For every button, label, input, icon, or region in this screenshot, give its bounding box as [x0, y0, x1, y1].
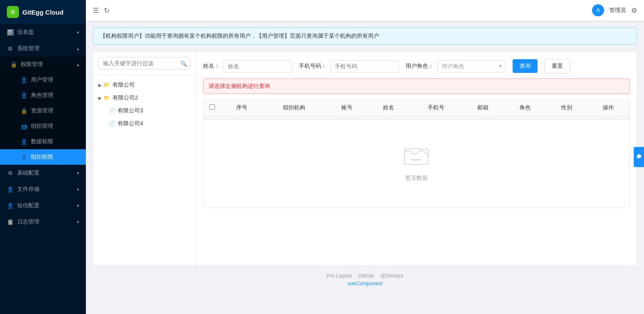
header-left: ☰ ↻: [93, 6, 109, 15]
log-mgmt-icon: 📋: [7, 219, 14, 225]
tree-search-input[interactable]: [98, 57, 191, 69]
expand-icon: ▶: [98, 83, 102, 88]
footer-component-link[interactable]: vueComponent: [347, 281, 382, 287]
chevron-down-icon: ▾: [77, 187, 79, 192]
col-email: 邮箱: [462, 100, 504, 116]
select-all-checkbox[interactable]: [210, 104, 215, 110]
main-panel: 🔍 ▶ 📁 有限公司 ▶ 📁 有限公司2: [93, 51, 637, 266]
scrollbar-track: [204, 116, 547, 120]
sidebar: G GitEgg Cloud 📊 仪表盘 ▾ ⚙ 系统管理 ▴ 🔒 权限管理 ▴: [0, 0, 86, 314]
submenu-permission: 👤 用户管理 👤 角色管理 🔒 资源管理 👥 组织管理 👤 数据权: [0, 72, 86, 165]
footer-link-github: Github: [358, 273, 374, 279]
tree-panel: 🔍 ▶ 📁 有限公司 ▶ 📁 有限公司2: [93, 52, 196, 266]
sidebar-item-user-mgmt[interactable]: 👤 用户管理: [0, 72, 86, 88]
chevron-up-icon: ▴: [77, 46, 79, 51]
footer: Pro Layout Github @Sendya vueComponent: [93, 266, 637, 293]
sms-config-icon: 👤: [7, 202, 14, 209]
col-action: 操作: [588, 100, 629, 116]
user-icon: 👤: [21, 77, 27, 83]
phone-field: 手机号码：: [299, 60, 399, 72]
sidebar-item-permission[interactable]: 🔒 权限管理 ▴: [0, 57, 86, 72]
data-perm-icon: 👤: [21, 139, 27, 145]
sidebar-item-label: 组织管理: [31, 122, 53, 130]
right-panel: 姓名： 手机号码： 用户角色： 用户角色: [196, 52, 637, 266]
app-title: GitEgg Cloud: [22, 9, 64, 16]
sidebar-item-org-permission[interactable]: 👤 组织权限: [0, 149, 86, 165]
refresh-icon[interactable]: ↻: [104, 6, 109, 15]
reset-button[interactable]: 重置: [544, 59, 570, 73]
role-select-wrapper: 用户角色: [437, 60, 506, 72]
tree-node-label: 有限公司2: [112, 94, 138, 102]
footer-links: Pro Layout Github @Sendya: [100, 273, 630, 279]
search-wrapper: 🔍: [98, 57, 191, 69]
sidebar-item-data-permission[interactable]: 👤 数据权限: [0, 134, 86, 149]
menu-toggle-icon[interactable]: ☰: [93, 6, 99, 15]
sidebar-item-role-mgmt[interactable]: 👤 角色管理: [0, 88, 86, 103]
sidebar-item-label: 短信配置: [17, 202, 39, 209]
search-bar: 姓名： 手机号码： 用户角色： 用户角色: [203, 59, 630, 73]
phone-label: 手机号码：: [299, 62, 327, 70]
svg-rect-0: [404, 149, 428, 164]
table-scroll[interactable]: 序号 组织机构 账号 姓名 手机号 邮箱 角色 性别 操作: [204, 100, 629, 208]
col-gender: 性别: [546, 100, 587, 116]
notice-text: 【机构权限用户】功能用于查询拥有某个机构权限的所有用户，【用户管理】页面只查询属…: [100, 33, 379, 39]
main-area: ☰ ↻ A 管理员 ⚙ 【机构权限用户】功能用于查询拥有某个机构权限的所有用户，…: [86, 0, 644, 314]
header-right: A 管理员 ⚙: [592, 4, 637, 16]
name-input[interactable]: [223, 60, 292, 72]
name-label: 姓名：: [203, 62, 220, 70]
sidebar-item-dashboard[interactable]: 📊 仪表盘 ▾: [0, 24, 86, 40]
sidebar-item-label: 数据权限: [31, 138, 53, 145]
phone-input[interactable]: [330, 60, 399, 72]
footer-link-pro: Pro Layout: [327, 273, 352, 279]
settings-icon[interactable]: ⚙: [631, 6, 637, 15]
tree-node[interactable]: ▶ 📁 有限公司: [93, 78, 196, 91]
empty-state: 暂无数据: [204, 120, 629, 208]
content-area: 【机构权限用户】功能用于查询拥有某个机构权限的所有用户，【用户管理】页面只查询属…: [86, 21, 644, 314]
resource-icon: 🔒: [21, 108, 27, 114]
search-icon[interactable]: 🔍: [180, 60, 187, 66]
folder-icon: 📁: [103, 82, 110, 88]
sidebar-item-file-storage[interactable]: 👤 文件存储 ▾: [0, 181, 86, 197]
name-field: 姓名：: [203, 60, 292, 72]
app-logo: G: [7, 6, 19, 18]
sidebar-item-org-mgmt[interactable]: 👥 组织管理: [0, 118, 86, 134]
system-icon: ⚙: [7, 45, 14, 52]
float-settings-button[interactable]: [634, 147, 644, 167]
chevron-down-icon: ▾: [77, 30, 79, 35]
tree-node[interactable]: 📄 有限公司4: [93, 117, 196, 130]
sidebar-item-label: 用户管理: [31, 76, 53, 84]
col-org: 组织机构: [262, 100, 326, 116]
folder-icon: 📁: [103, 95, 110, 101]
table-scrollbar[interactable]: [204, 116, 629, 120]
sidebar-header: G GitEgg Cloud: [0, 0, 86, 24]
footer-link-sendya: @Sendya: [380, 273, 403, 279]
sidebar-item-log-mgmt[interactable]: 📋 日志管理 ▾: [0, 214, 86, 230]
warning-text: 请选择左侧机构进行查询: [209, 83, 270, 89]
col-role: 角色: [504, 100, 546, 116]
data-table: 序号 组织机构 账号 姓名 手机号 邮箱 角色 性别 操作: [204, 100, 629, 116]
tree-search-area: 🔍: [93, 52, 196, 75]
tree-node-label: 有限公司: [112, 81, 135, 89]
sidebar-item-sms-config[interactable]: 👤 短信配置 ▾: [0, 197, 86, 214]
chevron-down-icon: ▾: [77, 220, 79, 224]
chevron-down-icon: ▾: [77, 171, 79, 175]
notice-bar: 【机构权限用户】功能用于查询拥有某个机构权限的所有用户，【用户管理】页面只查询属…: [93, 27, 637, 45]
checkbox-header: [204, 100, 221, 116]
chevron-down-icon: ▾: [77, 203, 79, 208]
folder-icon: 📄: [109, 108, 115, 114]
sidebar-item-resource-mgmt[interactable]: 🔒 资源管理: [0, 103, 86, 118]
tree-node[interactable]: ▶ 📁 有限公司2: [93, 91, 196, 104]
role-label: 用户角色：: [406, 62, 434, 70]
chevron-up-icon: ▴: [77, 62, 79, 67]
empty-text: 暂无数据: [204, 174, 629, 182]
org-icon: 👥: [21, 123, 27, 130]
dashboard-icon: 📊: [7, 29, 14, 36]
role-icon: 👤: [21, 92, 27, 99]
sidebar-item-basic-config[interactable]: ⚙ 基础配置 ▾: [0, 165, 86, 181]
col-phone: 手机号: [410, 100, 462, 116]
tree-node[interactable]: 📄 有限公司3: [93, 104, 196, 117]
sidebar-item-system[interactable]: ⚙ 系统管理 ▴: [0, 40, 86, 57]
role-select[interactable]: 用户角色: [437, 60, 506, 72]
settings-float-icon: [635, 153, 642, 160]
query-button[interactable]: 查询: [513, 59, 538, 73]
